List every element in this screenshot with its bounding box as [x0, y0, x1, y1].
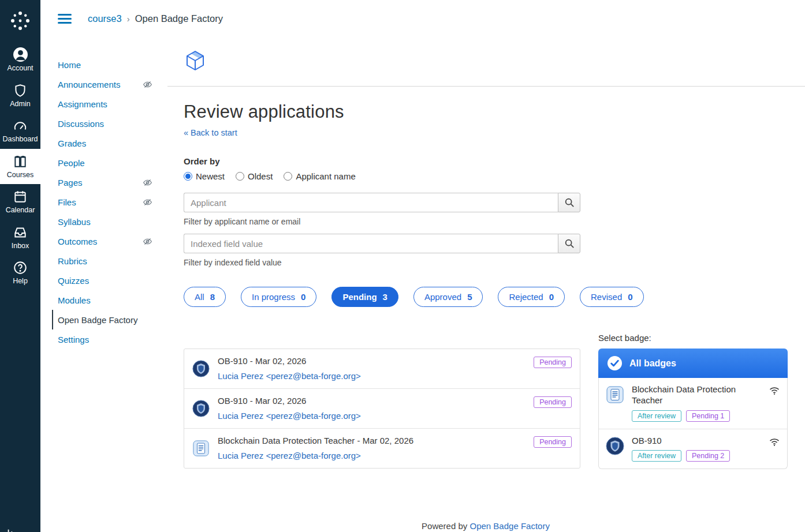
course-nav-label: Announcements [58, 80, 120, 89]
eye-slash-icon [143, 80, 152, 89]
collapse-arrow-icon [6, 527, 18, 532]
global-nav-account[interactable]: Account [0, 42, 40, 78]
applicant-filter-help: Filter by applicant name or email [184, 217, 788, 226]
status-tab-all[interactable]: All 8 [184, 287, 226, 307]
doc-badge-icon [606, 384, 624, 422]
applicant-link[interactable]: Lucia Perez <perez@beta-forge.org> [218, 371, 361, 381]
indexed-field-input[interactable] [184, 234, 558, 253]
global-nav-dashboard[interactable]: Dashboard [0, 113, 40, 149]
tab-count: 0 [301, 292, 305, 302]
course-nav-label: Open Badge Factory [58, 315, 137, 325]
course-nav-syllabus[interactable]: Syllabus [58, 212, 152, 231]
radio-label: Oldest [248, 171, 273, 181]
tab-count: 0 [628, 292, 632, 302]
pending-count-badge: Pending 1 [686, 410, 730, 422]
badge-row-text: OB-910 After review Pending 2 [632, 436, 730, 462]
radio-applicant-name-input[interactable] [284, 172, 292, 181]
course-nav-rubrics[interactable]: Rubrics [58, 251, 152, 271]
status-tab-revised[interactable]: Revised 0 [580, 287, 644, 307]
tab-count: 0 [549, 292, 554, 302]
course-nav-announcements[interactable]: Announcements [58, 74, 152, 94]
course-nav-files[interactable]: Files [58, 192, 152, 212]
course-nav-label: Home [58, 60, 81, 70]
main-content: Review applications « Back to start Orde… [167, 38, 805, 532]
applicant-link[interactable]: Lucia Perez <perez@beta-forge.org> [218, 411, 361, 421]
application-row-text: OB-910 - Mar 02, 2026 Lucia Perez <perez… [218, 356, 361, 381]
footer: Powered by Open Badge Factory [184, 521, 788, 532]
status-tab-pending[interactable]: Pending 3 [331, 287, 398, 307]
course-nav-label: Rubrics [58, 256, 87, 266]
application-row[interactable]: OB-910 - Mar 02, 2026 Lucia Perez <perez… [184, 349, 580, 388]
eye-slash-icon [143, 178, 152, 188]
badge-selector-panel: Select badge: All badges [598, 333, 788, 469]
course-nav-label: Files [58, 197, 76, 207]
indexed-filter-help: Filter by indexed field value [184, 258, 788, 267]
application-row[interactable]: OB-910 - Mar 02, 2026 Lucia Perez <perez… [184, 388, 580, 428]
all-badges-button[interactable]: All badges [598, 349, 788, 378]
course-nav-modules[interactable]: Modules [58, 290, 152, 310]
collapse-nav-button[interactable] [6, 527, 18, 532]
doc-badge-icon [192, 440, 210, 457]
applicant-link[interactable]: Lucia Perez <perez@beta-forge.org> [218, 451, 361, 460]
indexed-filter-row [184, 234, 580, 253]
radio-newest-input[interactable] [184, 172, 192, 181]
course-nav-quizzes[interactable]: Quizzes [58, 271, 152, 290]
content-divider [167, 86, 805, 87]
application-row[interactable]: Blockchain Data Protection Teacher - Mar… [184, 428, 580, 468]
course-nav-people[interactable]: People [58, 153, 152, 173]
footer-obf-link[interactable]: Open Badge Factory [469, 521, 549, 531]
radio-label: Applicant name [296, 171, 355, 181]
badge-row[interactable]: OB-910 After review Pending 2 [599, 429, 787, 469]
course-nav-label: Quizzes [58, 276, 89, 286]
course-nav-home[interactable]: Home [58, 55, 152, 74]
global-nav-label: Dashboard [2, 136, 38, 143]
course-nav-grades[interactable]: Grades [58, 133, 152, 153]
global-nav-label: Help [13, 278, 28, 285]
badge-row-text: Blockchain Data Protection Teacher After… [632, 384, 747, 422]
status-badge: Pending [534, 436, 572, 448]
radio-oldest-input[interactable] [236, 172, 244, 181]
global-nav-label: Calendar [6, 207, 35, 214]
all-badges-label: All badges [629, 358, 676, 369]
badge-name: OB-910 [632, 436, 730, 447]
breadcrumb-course-link[interactable]: course3 [88, 13, 122, 24]
radio-label: Newest [196, 171, 225, 181]
course-nav-discussions[interactable]: Discussions [58, 114, 152, 133]
course-nav: Home Announcements Assignments Discussio… [40, 38, 167, 532]
global-nav-calendar[interactable]: Calendar [0, 184, 40, 220]
radio-oldest[interactable]: Oldest [236, 171, 273, 181]
global-nav-admin[interactable]: Admin [0, 78, 40, 114]
wifi-icon [769, 436, 780, 450]
back-to-start-link[interactable]: « Back to start [184, 128, 237, 137]
radio-newest[interactable]: Newest [184, 171, 225, 181]
tab-count: 5 [467, 292, 472, 302]
global-nav-help[interactable]: Help [0, 255, 40, 291]
help-icon [13, 260, 28, 275]
status-tab-rejected[interactable]: Rejected 0 [498, 287, 565, 307]
tab-count: 8 [210, 292, 215, 302]
applicant-search-input[interactable] [184, 193, 558, 212]
canvas-logo[interactable] [0, 0, 40, 42]
course-nav-assignments[interactable]: Assignments [58, 94, 152, 114]
body-row: Home Announcements Assignments Discussio… [40, 38, 805, 532]
status-tab-approved[interactable]: Approved 5 [413, 287, 483, 307]
topbar: course3 › Open Badge Factory [40, 0, 805, 38]
shield-icon [13, 83, 28, 98]
course-nav-pages[interactable]: Pages [58, 173, 152, 192]
course-nav-open-badge-factory[interactable]: Open Badge Factory [52, 310, 152, 329]
course-nav-label: Syllabus [58, 217, 91, 227]
tab-label: Rejected [509, 292, 543, 302]
check-circle-icon [607, 355, 623, 371]
global-nav-courses[interactable]: Courses [0, 149, 40, 185]
course-nav-settings[interactable]: Settings [58, 329, 152, 349]
radio-applicant-name[interactable]: Applicant name [284, 171, 355, 181]
badge-row[interactable]: Blockchain Data Protection Teacher After… [599, 378, 787, 429]
course-nav-outcomes[interactable]: Outcomes [58, 231, 152, 251]
global-nav-inbox[interactable]: Inbox [0, 220, 40, 256]
hamburger-menu-icon[interactable] [58, 14, 72, 24]
course-nav-label: Discussions [58, 119, 104, 129]
applicant-search-button[interactable] [558, 193, 580, 212]
eye-slash-icon [143, 237, 152, 246]
indexed-field-search-button[interactable] [558, 234, 580, 253]
status-tab-in-progress[interactable]: In progress 0 [241, 287, 316, 307]
